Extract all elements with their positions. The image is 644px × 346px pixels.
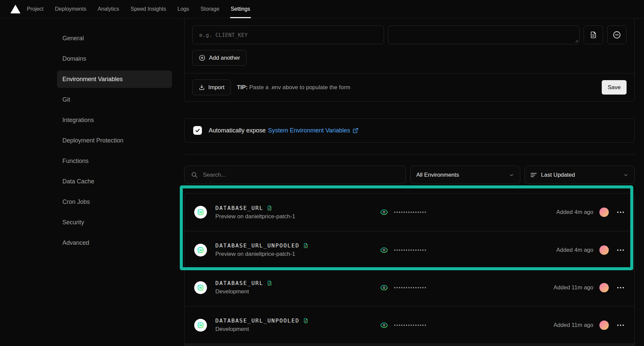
sidebar-item-environment-variables[interactable]: Environment Variables [57, 70, 172, 88]
sidebar-item-git[interactable]: Git [57, 91, 172, 108]
env-variable-target: Preview on danieltprice-patch-1 [215, 251, 309, 257]
external-link-icon [352, 127, 359, 134]
masked-value [394, 325, 426, 326]
system-env-card: Automatically expose System Environment … [184, 118, 635, 142]
filter-row: All Environments Last Updated [184, 166, 635, 184]
nav-tab-label: Speed Insights [130, 6, 166, 12]
row-menu-button[interactable] [615, 244, 626, 256]
nav-tab-label: Settings [231, 6, 250, 12]
sidebar-item-data-cache[interactable]: Data Cache [57, 173, 172, 190]
env-key-input[interactable] [192, 25, 384, 44]
nav-tab-label: Storage [201, 6, 219, 12]
env-variable-name: DATABASE_URL [215, 280, 263, 286]
add-another-button[interactable]: Add another [192, 50, 247, 66]
masked-value [394, 212, 426, 213]
note-icon [303, 318, 309, 324]
note-icon [267, 280, 272, 286]
env-variable-row: DATABASE_URL_UNPOOLED Preview on danielt… [184, 231, 634, 269]
nav-tabs: ProjectDeploymentsAnalyticsSpeed Insight… [27, 0, 250, 18]
env-value-textarea[interactable] [388, 25, 580, 44]
search-input[interactable] [203, 172, 399, 178]
nav-tab-deployments[interactable]: Deployments [55, 0, 86, 18]
env-variable-name: DATABASE_URL_UNPOOLED [215, 242, 300, 249]
avatar [599, 208, 609, 217]
key-value-row [184, 25, 634, 44]
environment-filter-select[interactable]: All Environments [410, 166, 520, 184]
section-divider [184, 154, 635, 155]
env-variable-text: DATABASE_URL Development [215, 280, 272, 295]
sidebar-item-general[interactable]: General [57, 30, 172, 47]
env-variable-row: DATABASE_URL Development Added 11m ago [184, 269, 634, 306]
eye-icon[interactable] [380, 284, 388, 292]
row-menu-button[interactable] [615, 282, 626, 293]
added-timestamp: Added 11m ago [553, 322, 593, 329]
expose-checkbox[interactable] [193, 126, 202, 135]
vercel-logo-icon[interactable] [10, 0, 21, 18]
paste-file-button[interactable] [584, 25, 603, 44]
env-variable-text: DATABASE_URL Preview on danieltprice-pat… [215, 205, 295, 220]
search-icon [191, 171, 198, 178]
env-variable-name: DATABASE_URL [215, 205, 263, 211]
main-content: Add another Import TIP: Paste a .env abo… [178, 18, 644, 346]
env-variable-meta: Added 4m ago [556, 244, 626, 256]
env-variable-target: Development [215, 326, 309, 333]
sidebar-item-deployment-protection[interactable]: Deployment Protection [57, 132, 172, 149]
nav-tab-label: Project [27, 6, 44, 12]
env-variable-row: DATABASE_URL Preview on danieltprice-pat… [184, 193, 634, 231]
nav-tab-storage[interactable]: Storage [201, 0, 219, 18]
nav-tab-logs[interactable]: Logs [177, 0, 189, 18]
sidebar-item-integrations[interactable]: Integrations [57, 111, 172, 129]
env-variable-meta: Added 11m ago [553, 282, 626, 293]
nav-tab-project[interactable]: Project [27, 0, 44, 18]
nav-tab-label: Analytics [98, 6, 119, 12]
neon-integration-icon [194, 244, 207, 256]
system-env-link[interactable]: System Environment Variables [268, 127, 359, 134]
import-button[interactable]: Import [192, 79, 231, 95]
nav-tab-speed-insights[interactable]: Speed Insights [130, 0, 166, 18]
sidebar-item-domains[interactable]: Domains [57, 50, 172, 67]
env-variable-name: DATABASE_URL_UNPOOLED [215, 318, 300, 324]
sort-filter-select[interactable]: Last Updated [525, 166, 635, 184]
row-menu-button[interactable] [615, 207, 626, 218]
tip-label: TIP: [237, 84, 248, 91]
list-footer [184, 344, 634, 346]
added-timestamp: Added 11m ago [553, 284, 593, 291]
add-variable-card: Add another Import TIP: Paste a .env abo… [184, 18, 635, 102]
sidebar-item-advanced[interactable]: Advanced [57, 234, 172, 251]
nav-tab-settings[interactable]: Settings [231, 0, 250, 18]
eye-icon[interactable] [380, 246, 388, 254]
env-variable-target: Preview on danieltprice-patch-1 [215, 213, 295, 220]
env-variable-list: DATABASE_URL Preview on danieltprice-pat… [184, 193, 635, 346]
neon-integration-icon [194, 281, 207, 294]
added-timestamp: Added 4m ago [556, 209, 593, 216]
eye-icon[interactable] [380, 208, 388, 216]
sidebar-item-cron-jobs[interactable]: Cron Jobs [57, 193, 172, 211]
chevron-down-icon [623, 172, 629, 178]
form-footer: Import TIP: Paste a .env above to popula… [184, 73, 634, 101]
env-variable-row: DATABASE_URL_UNPOOLED Development Added … [184, 306, 634, 344]
masked-value [394, 287, 426, 288]
add-another-label: Add another [209, 55, 240, 61]
eye-icon[interactable] [380, 321, 388, 329]
neon-integration-icon [194, 319, 207, 332]
save-button[interactable]: Save [602, 80, 627, 95]
added-timestamp: Added 4m ago [556, 247, 593, 253]
nav-tab-label: Deployments [55, 6, 86, 12]
chevron-down-icon [509, 172, 514, 178]
top-navigation: ProjectDeploymentsAnalyticsSpeed Insight… [0, 0, 644, 18]
row-menu-button[interactable] [615, 320, 626, 331]
sort-lines-icon [531, 172, 537, 178]
env-variable-secret [380, 284, 426, 292]
tip-body: Paste a .env above to populate the form [249, 84, 350, 91]
note-icon [267, 205, 272, 211]
env-variable-secret [380, 246, 426, 254]
nav-tab-label: Logs [177, 6, 189, 12]
env-variable-target: Development [215, 288, 272, 295]
remove-row-button[interactable] [607, 25, 627, 44]
import-label: Import [208, 84, 224, 91]
nav-tab-analytics[interactable]: Analytics [98, 0, 119, 18]
sidebar-item-functions[interactable]: Functions [57, 152, 172, 170]
avatar [599, 283, 609, 292]
sidebar-item-security[interactable]: Security [57, 214, 172, 231]
add-another-row: Add another [184, 44, 634, 66]
